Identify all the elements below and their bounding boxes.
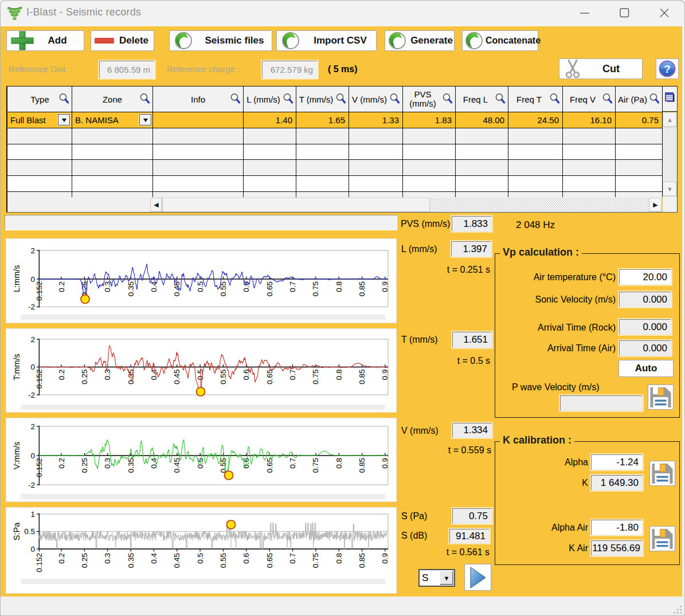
svg-text:0.152: 0.152 bbox=[35, 458, 44, 477]
svg-text:0.5: 0.5 bbox=[24, 527, 35, 536]
svg-text:0.9: 0.9 bbox=[381, 553, 389, 564]
svg-text:0: 0 bbox=[30, 275, 35, 284]
svg-text:0.55: 0.55 bbox=[219, 553, 228, 568]
svg-text:V:mm/s: V:mm/s bbox=[12, 442, 21, 470]
svg-text:0.75: 0.75 bbox=[311, 370, 320, 384]
svg-text:2: 2 bbox=[30, 335, 35, 344]
svg-text:0.25: 0.25 bbox=[80, 370, 89, 384]
svg-text:S:Pa: S:Pa bbox=[12, 522, 21, 540]
svg-text:0.85: 0.85 bbox=[358, 370, 366, 384]
svg-text:0.7: 0.7 bbox=[288, 281, 297, 292]
svg-text:0.65: 0.65 bbox=[265, 458, 274, 473]
svg-text:0.25: 0.25 bbox=[80, 458, 89, 473]
svg-text:0.65: 0.65 bbox=[265, 370, 274, 384]
svg-text:0.3: 0.3 bbox=[103, 553, 112, 564]
svg-text:0.152: 0.152 bbox=[35, 553, 44, 572]
svg-text:0: 0 bbox=[30, 452, 35, 460]
svg-text:0.9: 0.9 bbox=[381, 458, 389, 469]
svg-text:0: 0 bbox=[30, 363, 35, 371]
svg-text:0.25: 0.25 bbox=[80, 553, 89, 568]
svg-text:0.75: 0.75 bbox=[311, 458, 320, 473]
svg-text:-2: -2 bbox=[28, 303, 35, 311]
svg-text:0.8: 0.8 bbox=[335, 553, 343, 564]
svg-text:0.7: 0.7 bbox=[288, 458, 297, 469]
svg-text:0.3: 0.3 bbox=[103, 370, 112, 380]
svg-text:0.9: 0.9 bbox=[381, 281, 389, 292]
svg-text:0.85: 0.85 bbox=[358, 458, 366, 473]
svg-text:0.6: 0.6 bbox=[242, 553, 250, 564]
svg-text:0.35: 0.35 bbox=[127, 553, 135, 568]
svg-text:0.45: 0.45 bbox=[173, 458, 181, 473]
svg-text:-2: -2 bbox=[28, 481, 35, 489]
svg-text:0.8: 0.8 bbox=[335, 458, 343, 469]
svg-text:0.5: 0.5 bbox=[196, 281, 205, 292]
svg-text:0.45: 0.45 bbox=[173, 370, 181, 384]
svg-text:0.35: 0.35 bbox=[127, 458, 135, 473]
svg-text:T:mm/s: T:mm/s bbox=[12, 354, 21, 380]
svg-text:0.3: 0.3 bbox=[103, 458, 112, 469]
svg-text:0.7: 0.7 bbox=[288, 370, 297, 380]
svg-text:0.152: 0.152 bbox=[35, 370, 44, 389]
svg-text:0.2: 0.2 bbox=[57, 281, 66, 292]
svg-text:0.8: 0.8 bbox=[335, 281, 343, 292]
svg-text:0.45: 0.45 bbox=[173, 553, 181, 568]
svg-text:0.152: 0.152 bbox=[35, 281, 44, 301]
svg-text:L:mm/s: L:mm/s bbox=[12, 265, 21, 292]
svg-text:0.65: 0.65 bbox=[265, 553, 274, 568]
svg-text:0.7: 0.7 bbox=[288, 553, 297, 564]
svg-text:0.65: 0.65 bbox=[265, 281, 274, 296]
svg-text:1: 1 bbox=[30, 510, 35, 519]
svg-text:-2: -2 bbox=[28, 391, 35, 399]
svg-text:0.5: 0.5 bbox=[196, 553, 205, 564]
svg-text:0.75: 0.75 bbox=[311, 553, 320, 568]
svg-text:0.2: 0.2 bbox=[57, 458, 66, 469]
svg-text:0.8: 0.8 bbox=[335, 370, 343, 380]
svg-text:0: 0 bbox=[30, 545, 35, 554]
svg-text:0.85: 0.85 bbox=[358, 281, 366, 296]
svg-text:0.85: 0.85 bbox=[358, 553, 366, 568]
svg-text:0.9: 0.9 bbox=[381, 370, 389, 380]
svg-text:0.75: 0.75 bbox=[311, 281, 320, 296]
svg-text:0.55: 0.55 bbox=[219, 370, 228, 384]
svg-text:0.2: 0.2 bbox=[57, 370, 66, 380]
svg-text:0.4: 0.4 bbox=[150, 369, 158, 380]
svg-text:0.2: 0.2 bbox=[57, 553, 66, 564]
svg-text:0.35: 0.35 bbox=[127, 281, 135, 296]
svg-text:2: 2 bbox=[30, 246, 35, 255]
svg-text:0.4: 0.4 bbox=[150, 553, 158, 564]
svg-text:2: 2 bbox=[30, 422, 35, 431]
svg-text:0.55: 0.55 bbox=[219, 281, 228, 296]
